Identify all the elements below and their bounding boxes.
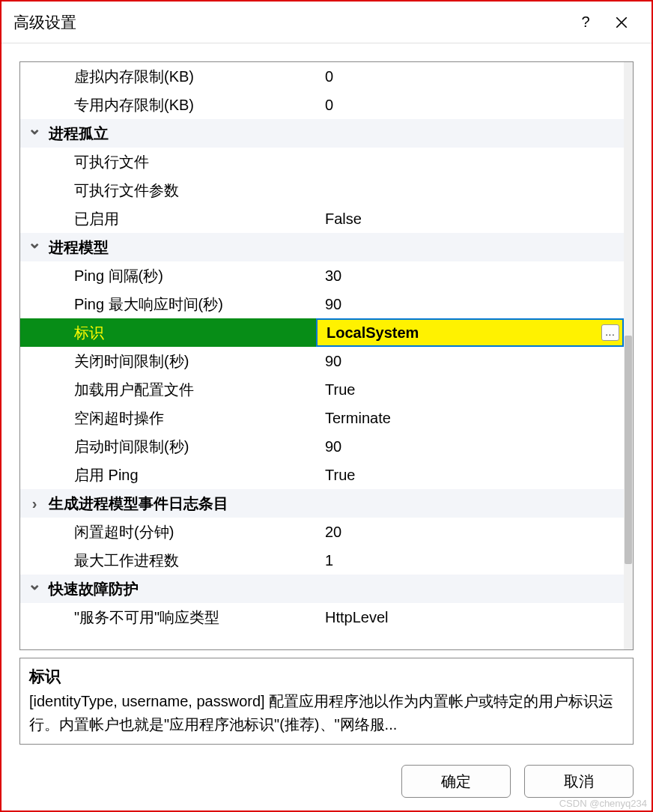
vertical-scrollbar[interactable] [624, 62, 633, 649]
property-value[interactable]: False [316, 204, 624, 233]
property-row[interactable]: Ping 最大响应时间(秒)90 [20, 290, 624, 318]
property-row[interactable]: 空闲超时操作Terminate [20, 404, 624, 432]
property-label: 启动时间限制(秒) [20, 432, 316, 461]
property-row[interactable]: 虚拟内存限制(KB)0 [20, 62, 624, 91]
property-row[interactable]: 启用 PingTrue [20, 461, 624, 489]
description-panel: 标识 [identityType, username, password] 配置… [19, 658, 634, 745]
category-label: 生成进程模型事件日志条目 [49, 489, 624, 518]
property-value[interactable]: 20 [316, 518, 624, 546]
cancel-button[interactable]: 取消 [524, 765, 634, 798]
category-label: 快速故障防护 [49, 575, 624, 603]
property-grid[interactable]: 虚拟内存限制(KB)0专用内存限制(KB)0⌄进程孤立可执行文件可执行文件参数已… [20, 62, 633, 649]
property-row[interactable]: 已启用False [20, 204, 624, 233]
property-value[interactable]: 0 [316, 91, 624, 119]
property-row[interactable]: 启动时间限制(秒)90 [20, 432, 624, 461]
property-label: 已启用 [20, 204, 316, 233]
property-value[interactable]: LocalSystem... [316, 318, 624, 347]
property-label: "服务不可用"响应类型 [20, 603, 316, 631]
property-value[interactable] [316, 148, 624, 176]
scrollbar-thumb[interactable] [625, 336, 632, 564]
property-label: 专用内存限制(KB) [20, 91, 316, 119]
advanced-settings-dialog: 高级设置 ? 虚拟内存限制(KB)0专用内存限制(KB)0⌄进程孤立可执行文件可… [0, 0, 653, 812]
property-row[interactable]: 加载用户配置文件True [20, 375, 624, 404]
category-row[interactable]: ⌄进程模型 [20, 233, 624, 261]
property-label: 加载用户配置文件 [20, 375, 316, 404]
category-label: 进程模型 [49, 233, 624, 261]
property-label: Ping 最大响应时间(秒) [20, 290, 316, 318]
property-value[interactable]: 30 [316, 261, 624, 290]
dialog-button-bar: 确定 取消 [1, 752, 652, 811]
property-value[interactable] [316, 176, 624, 204]
property-row[interactable]: 闲置超时(分钟)20 [20, 518, 624, 546]
description-text: [identityType, username, password] 配置应用程… [29, 690, 624, 736]
category-row[interactable]: ⌄进程孤立 [20, 119, 624, 148]
ellipsis-button[interactable]: ... [601, 324, 619, 341]
property-row[interactable]: 标识LocalSystem... [20, 318, 624, 347]
chevron-right-icon[interactable]: › [20, 489, 49, 518]
property-label: 最大工作进程数 [20, 546, 316, 575]
dialog-body: 虚拟内存限制(KB)0专用内存限制(KB)0⌄进程孤立可执行文件可执行文件参数已… [1, 43, 652, 752]
property-value[interactable]: HttpLevel [316, 603, 624, 631]
property-label: 闲置超时(分钟) [20, 518, 316, 546]
category-row[interactable]: ⌄快速故障防护 [20, 575, 624, 603]
property-value[interactable]: Terminate [316, 404, 624, 432]
property-row[interactable]: 最大工作进程数1 [20, 546, 624, 575]
chevron-down-icon[interactable]: ⌄ [20, 233, 49, 261]
property-label: 虚拟内存限制(KB) [20, 62, 316, 91]
property-row[interactable]: 关闭时间限制(秒)90 [20, 347, 624, 375]
chevron-down-icon[interactable]: ⌄ [20, 575, 49, 603]
property-label: Ping 间隔(秒) [20, 261, 316, 290]
property-value[interactable]: 90 [316, 432, 624, 461]
property-label: 可执行文件 [20, 148, 316, 176]
property-row[interactable]: 可执行文件参数 [20, 176, 624, 204]
property-label: 空闲超时操作 [20, 404, 316, 432]
close-icon [615, 16, 628, 29]
property-value[interactable]: 90 [316, 347, 624, 375]
property-row[interactable]: 专用内存限制(KB)0 [20, 91, 624, 119]
ok-button[interactable]: 确定 [401, 765, 511, 798]
property-row[interactable]: Ping 间隔(秒)30 [20, 261, 624, 290]
titlebar: 高级设置 ? [1, 1, 652, 43]
category-row[interactable]: ›生成进程模型事件日志条目 [20, 489, 624, 518]
property-value[interactable]: 1 [316, 546, 624, 575]
help-button[interactable]: ? [568, 7, 604, 37]
dialog-title: 高级设置 [13, 12, 568, 33]
property-label: 标识 [20, 318, 316, 347]
property-row[interactable]: "服务不可用"响应类型HttpLevel [20, 603, 624, 631]
property-value[interactable]: 0 [316, 62, 624, 91]
property-label: 启用 Ping [20, 461, 316, 489]
category-label: 进程孤立 [49, 119, 624, 148]
property-value[interactable]: 90 [316, 290, 624, 318]
property-label: 可执行文件参数 [20, 176, 316, 204]
property-label: 关闭时间限制(秒) [20, 347, 316, 375]
property-grid-container: 虚拟内存限制(KB)0专用内存限制(KB)0⌄进程孤立可执行文件可执行文件参数已… [19, 61, 634, 650]
description-title: 标识 [29, 666, 624, 687]
property-value[interactable]: True [316, 375, 624, 404]
chevron-down-icon[interactable]: ⌄ [20, 119, 49, 148]
close-button[interactable] [604, 7, 640, 37]
property-row[interactable]: 可执行文件 [20, 148, 624, 176]
property-value[interactable]: True [316, 461, 624, 489]
